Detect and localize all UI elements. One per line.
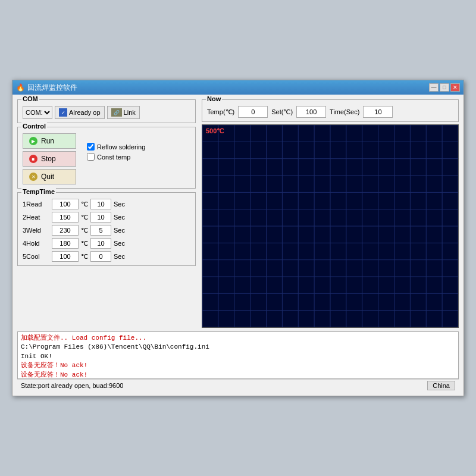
temp-unit: ℃	[81, 253, 88, 261]
chart-temp-label: 500℃	[206, 127, 224, 135]
temp-row-temp-input[interactable]	[52, 251, 79, 262]
control-group-label: Control	[21, 123, 47, 130]
consttemp-label: Const temp	[97, 154, 130, 161]
sec-unit: Sec	[114, 201, 125, 208]
temp-row-sec-input[interactable]	[90, 199, 111, 209]
right-panel: Now Temp(℃) Set(℃) Time(Sec) 500℃	[202, 99, 459, 328]
temp-time-row: 5Cool ℃ Sec	[23, 251, 190, 262]
already-open-button[interactable]: ✓ Already op	[55, 106, 105, 119]
temp-row-sec-input[interactable]	[90, 251, 111, 262]
quit-button[interactable]: ✕ Quit	[23, 169, 76, 184]
temp-unit: ℃	[81, 214, 88, 221]
temp-row-temp-input[interactable]	[52, 212, 79, 223]
temp-row-name: 1Read	[23, 201, 49, 208]
chart-container: 500℃	[202, 124, 459, 328]
stop-button[interactable]: ■ Stop	[23, 151, 76, 167]
temp-row-name: 3Weld	[23, 227, 49, 234]
set-input[interactable]	[296, 106, 326, 118]
link-icon: 🔗	[111, 108, 122, 117]
com-row: COM1 COM2 COM3 ✓ Already op 🔗 Link	[23, 106, 190, 119]
window-title: 回流焊监控软件	[27, 83, 77, 93]
quit-label: Quit	[41, 173, 54, 181]
log-line: 设备无应答！No ack!	[21, 371, 455, 379]
temp-time-rows: 1Read ℃ Sec 2Heat ℃ Sec 3Weld ℃ Sec 4Hol…	[23, 199, 190, 262]
temp-row-sec-input[interactable]	[90, 212, 111, 223]
temp-row-sec-input[interactable]	[90, 238, 111, 249]
log-area: 加载配置文件.. Load config file...C:\Program F…	[17, 331, 459, 379]
top-section: COM COM1 COM2 COM3 ✓ Already op 🔗	[17, 99, 459, 328]
maximize-button[interactable]: □	[440, 83, 449, 92]
time-input[interactable]	[363, 106, 393, 118]
temp-row-sec-input[interactable]	[90, 225, 111, 236]
temp-time-label: TempTime	[21, 188, 56, 195]
reflow-checkbox-row: Reflow soldering	[87, 143, 145, 151]
control-buttons: ▶ Run ■ Stop ✕ Quit	[23, 133, 76, 184]
consttemp-checkbox[interactable]	[87, 153, 95, 161]
temp-row-name: 2Heat	[23, 214, 49, 221]
com-group: COM COM1 COM2 COM3 ✓ Already op 🔗	[17, 99, 196, 123]
stop-label: Stop	[41, 155, 56, 163]
stop-icon: ■	[29, 155, 37, 163]
now-row: Temp(℃) Set(℃) Time(Sec)	[207, 106, 453, 118]
consttemp-checkbox-row: Const temp	[87, 153, 145, 161]
temp-unit: ℃	[81, 240, 88, 248]
link-label: Link	[124, 109, 136, 116]
title-bar: 🔥 回流焊监控软件 — □ ✕	[12, 80, 464, 95]
now-panel: Now Temp(℃) Set(℃) Time(Sec)	[202, 99, 459, 122]
close-button[interactable]: ✕	[450, 83, 460, 92]
temperature-chart	[202, 125, 458, 327]
log-line: C:\Program Files (x86)\Tencent\QQ\Bin\co…	[21, 343, 455, 352]
set-label: Set(℃)	[271, 108, 293, 116]
reflow-label: Reflow soldering	[97, 143, 145, 151]
main-content: COM COM1 COM2 COM3 ✓ Already op 🔗	[12, 95, 464, 396]
status-bar: State:port already open, buad:9600 China	[17, 379, 459, 391]
link-button[interactable]: 🔗 Link	[107, 106, 140, 119]
sec-unit: Sec	[114, 227, 125, 234]
check-icon: ✓	[59, 108, 67, 117]
main-window: 🔥 回流焊监控软件 — □ ✕ COM COM1 COM2 COM3	[12, 80, 464, 396]
com-group-label: COM	[21, 95, 39, 102]
temp-input[interactable]	[238, 106, 268, 118]
status-text: State:port already open, buad:9600	[21, 382, 123, 389]
control-row: ▶ Run ■ Stop ✕ Quit	[23, 131, 190, 184]
temp-time-row: 4Hold ℃ Sec	[23, 238, 190, 249]
left-panel: COM COM1 COM2 COM3 ✓ Already op 🔗	[17, 99, 196, 328]
temp-time-row: 3Weld ℃ Sec	[23, 225, 190, 236]
temp-time-section: TempTime 1Read ℃ Sec 2Heat ℃ Sec 3Weld ℃…	[17, 192, 196, 266]
sec-unit: Sec	[114, 253, 125, 260]
sec-unit: Sec	[114, 214, 125, 221]
control-group: Control ▶ Run ■ Stop	[17, 127, 196, 189]
title-controls: — □ ✕	[429, 83, 460, 92]
title-icon: 🔥	[16, 83, 25, 92]
china-button[interactable]: China	[427, 381, 455, 390]
already-label: Already op	[69, 109, 101, 116]
run-label: Run	[41, 137, 54, 145]
quit-icon: ✕	[29, 173, 37, 181]
temp-row-temp-input[interactable]	[52, 225, 79, 236]
minimize-button[interactable]: —	[429, 83, 439, 92]
sec-unit: Sec	[114, 240, 125, 247]
checkbox-group: Reflow soldering Const temp	[81, 131, 145, 184]
now-group-label: Now	[206, 95, 222, 102]
time-label: Time(Sec)	[330, 108, 359, 115]
temp-time-row: 1Read ℃ Sec	[23, 199, 190, 209]
log-line: Init OK!	[21, 352, 455, 361]
log-line: 加载配置文件.. Load config file...	[21, 334, 455, 343]
temp-unit: ℃	[81, 227, 88, 234]
temp-time-row: 2Heat ℃ Sec	[23, 212, 190, 223]
reflow-checkbox[interactable]	[87, 143, 95, 151]
temp-row-name: 5Cool	[23, 253, 49, 260]
title-left: 🔥 回流焊监控软件	[16, 83, 77, 93]
temp-row-temp-input[interactable]	[52, 238, 79, 249]
run-icon: ▶	[29, 137, 37, 145]
temp-row-name: 4Hold	[23, 240, 49, 247]
com-select[interactable]: COM1 COM2 COM3	[23, 106, 52, 119]
temp-row-temp-input[interactable]	[52, 199, 79, 209]
temp-unit: ℃	[81, 201, 88, 208]
temp-label: Temp(℃)	[207, 108, 234, 116]
run-button[interactable]: ▶ Run	[23, 133, 76, 149]
log-line: 设备无应答！No ack!	[21, 361, 455, 370]
